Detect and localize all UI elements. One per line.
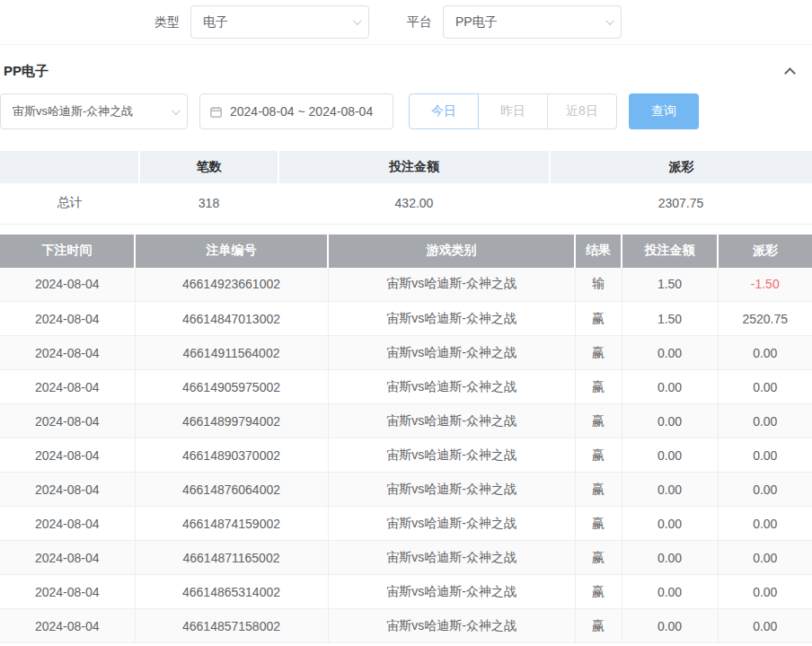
section-header[interactable]: PP电子 — [0, 45, 812, 93]
result-cell: 赢 — [575, 575, 622, 609]
payout-cell: 0.00 — [718, 541, 812, 575]
bet-time-cell: 2024-08-04 — [0, 336, 135, 370]
bet-number-cell: 46614876064002 — [135, 473, 328, 507]
bet-amount-cell: 0.00 — [622, 473, 718, 507]
game-select-value: 宙斯vs哈迪斯-众神之战 — [13, 103, 133, 119]
bet-number-cell: 46614899794002 — [135, 404, 328, 438]
bet-amount-cell: 1.50 — [622, 268, 718, 302]
game-category-cell: 宙斯vs哈迪斯-众神之战 — [328, 336, 575, 370]
section-title: PP电子 — [4, 63, 49, 80]
game-category-cell: 宙斯vs哈迪斯-众神之战 — [328, 370, 575, 404]
bet-number-cell: 46614874159002 — [135, 507, 328, 541]
result-cell: 赢 — [575, 404, 622, 438]
chevron-down-icon — [353, 16, 362, 25]
result-cell: 赢 — [575, 541, 622, 575]
bet-number-cell: 46614865314002 — [135, 575, 328, 609]
summary-header-row: 笔数 投注金额 派彩 — [0, 151, 812, 183]
bet-amount-cell: 0.00 — [622, 541, 718, 575]
bet-time-cell: 2024-08-04 — [0, 438, 135, 473]
records-header-bet-number: 注单编号 — [135, 235, 328, 268]
type-select[interactable]: 电子 — [190, 5, 369, 39]
result-cell: 赢 — [575, 473, 622, 507]
bet-number-cell: 46614857158002 — [135, 609, 328, 643]
bet-amount-cell: 0.00 — [622, 336, 718, 370]
bet-amount-cell: 0.00 — [622, 438, 718, 473]
game-category-cell: 宙斯vs哈迪斯-众神之战 — [328, 404, 575, 438]
chevron-down-icon — [172, 106, 181, 115]
game-category-cell: 宙斯vs哈迪斯-众神之战 — [328, 302, 575, 336]
game-category-cell: 宙斯vs哈迪斯-众神之战 — [328, 541, 575, 575]
last-8-days-button[interactable]: 近8日 — [547, 93, 617, 129]
bet-time-cell: 2024-08-04 — [0, 609, 135, 643]
table-row: 2024-08-0446614923661002宙斯vs哈迪斯-众神之战输1.5… — [0, 268, 812, 302]
summary-total-label: 总计 — [0, 183, 139, 224]
bet-time-cell: 2024-08-04 — [0, 507, 135, 541]
records-header-bet-time: 下注时间 — [0, 235, 135, 268]
game-category-cell: 宙斯vs哈迪斯-众神之战 — [328, 507, 575, 541]
top-filter-bar: 类型 电子 平台 PP电子 — [0, 0, 812, 45]
game-category-cell: 宙斯vs哈迪斯-众神之战 — [328, 438, 575, 473]
bet-time-cell: 2024-08-04 — [0, 473, 135, 507]
page: 类型 电子 平台 PP电子 PP电子 宙斯vs哈迪斯-众神之战 — [0, 0, 812, 646]
type-field: 类型 电子 — [154, 5, 369, 39]
date-range-picker[interactable]: 2024-08-04 ~ 2024-08-04 — [199, 93, 393, 129]
game-category-cell: 宙斯vs哈迪斯-众神之战 — [328, 575, 575, 609]
bet-number-cell: 46614905975002 — [135, 370, 328, 404]
payout-cell: 2520.75 — [718, 302, 812, 336]
bet-time-cell: 2024-08-04 — [0, 541, 135, 575]
records-header-result: 结果 — [575, 235, 622, 268]
bet-number-cell: 46614871165002 — [135, 541, 328, 575]
bet-time-cell: 2024-08-04 — [0, 575, 135, 609]
summary-header-bet-amount: 投注金额 — [278, 151, 550, 183]
table-row: 2024-08-0446614847013002宙斯vs哈迪斯-众神之战赢1.5… — [0, 302, 812, 336]
records-table: 下注时间 注单编号 游戏类别 结果 投注金额 派彩 2024-08-044661… — [0, 235, 812, 644]
bet-time-cell: 2024-08-04 — [0, 302, 135, 336]
platform-select-value: PP电子 — [455, 14, 498, 31]
bet-number-cell: 46614847013002 — [135, 302, 328, 336]
summary-header-empty — [0, 151, 139, 183]
yesterday-button[interactable]: 昨日 — [478, 93, 548, 129]
table-row: 2024-08-0446614865314002宙斯vs哈迪斯-众神之战赢0.0… — [0, 575, 812, 609]
bet-time-cell: 2024-08-04 — [0, 370, 135, 404]
result-cell: 输 — [575, 268, 622, 302]
bet-amount-cell: 0.00 — [622, 575, 718, 609]
table-row: 2024-08-0446614905975002宙斯vs哈迪斯-众神之战赢0.0… — [0, 370, 812, 404]
type-label: 类型 — [154, 14, 180, 31]
table-row: 2024-08-0446614871165002宙斯vs哈迪斯-众神之战赢0.0… — [0, 541, 812, 575]
filter-bar: 宙斯vs哈迪斯-众神之战 2024-08-04 ~ 2024-08-04 今日 … — [0, 93, 812, 129]
records-header-bet-amount: 投注金额 — [622, 235, 718, 268]
table-row: 2024-08-0446614876064002宙斯vs哈迪斯-众神之战赢0.0… — [0, 473, 812, 507]
chevron-down-icon — [605, 16, 614, 25]
bet-number-cell: 46614911564002 — [135, 336, 328, 370]
platform-select[interactable]: PP电子 — [443, 5, 622, 39]
payout-cell: 0.00 — [718, 473, 812, 507]
bet-time-cell: 2024-08-04 — [0, 404, 135, 438]
platform-field: 平台 PP电子 — [407, 5, 622, 39]
bet-number-cell: 46614890370002 — [135, 438, 328, 473]
payout-cell: 0.00 — [718, 609, 812, 643]
table-row: 2024-08-0446614911564002宙斯vs哈迪斯-众神之战赢0.0… — [0, 336, 812, 370]
summary-table: 笔数 投注金额 派彩 总计 318 432.00 2307.75 — [0, 151, 812, 225]
records-header-game-category: 游戏类别 — [328, 235, 575, 268]
query-button[interactable]: 查询 — [629, 93, 699, 129]
result-cell: 赢 — [575, 507, 622, 541]
payout-cell: 0.00 — [718, 438, 812, 473]
summary-bet-amount: 432.00 — [278, 183, 550, 224]
result-cell: 赢 — [575, 438, 622, 473]
summary-count: 318 — [139, 183, 278, 224]
result-cell: 赢 — [575, 609, 622, 643]
game-category-cell: 宙斯vs哈迪斯-众神之战 — [328, 473, 575, 507]
bet-amount-cell: 1.50 — [622, 302, 718, 336]
table-row: 2024-08-0446614874159002宙斯vs哈迪斯-众神之战赢0.0… — [0, 507, 812, 541]
summary-payout: 2307.75 — [550, 183, 812, 224]
game-select[interactable]: 宙斯vs哈迪斯-众神之战 — [0, 93, 188, 129]
table-row: 2024-08-0446614857158002宙斯vs哈迪斯-众神之战赢0.0… — [0, 609, 812, 643]
quick-range-buttons: 今日 昨日 近8日 — [409, 93, 617, 129]
today-button[interactable]: 今日 — [409, 93, 479, 129]
type-select-value: 电子 — [203, 14, 228, 31]
chevron-up-icon[interactable] — [784, 67, 796, 79]
payout-cell: 0.00 — [718, 370, 812, 404]
payout-cell: -1.50 — [718, 268, 812, 302]
payout-cell: 0.00 — [718, 336, 812, 370]
date-range-value: 2024-08-04 ~ 2024-08-04 — [230, 104, 373, 119]
